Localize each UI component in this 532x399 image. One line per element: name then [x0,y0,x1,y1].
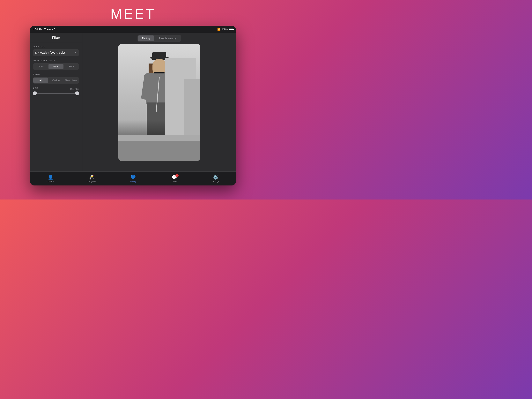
bottom-tab-bar: 👤 Contacts 🥂 Hangouts 💙 Dating 💬 4 Chats… [30,171,236,186]
tab-dating[interactable]: Dating [138,35,154,41]
settings-icon: ⚙️ [213,175,218,180]
hangouts-icon: 🥂 [89,175,95,180]
tab-people-nearby[interactable]: People nearby [155,35,181,41]
dating-panel: Dating People nearby [82,33,236,171]
battery-icon [229,28,233,30]
location-value: My location (Los Angeles) [35,51,66,54]
age-header: AGE 18 - 80+ [33,87,79,91]
dating-header: Dating People nearby [82,33,236,44]
main-content: Filter LOCATION My location (Los Angeles… [30,33,236,171]
interested-both[interactable]: Both [64,64,79,69]
interested-guys[interactable]: Guys [33,64,48,69]
status-bar: 4:54 PM Tue Apr 6 📶 100% [30,26,236,33]
age-range: 18 - 80+ [70,88,79,90]
dating-tabs: Dating People nearby [138,35,181,42]
interested-section: I'M INTERESTED IN Guys Girls Both [33,59,79,70]
status-time: 4:54 PM [33,28,42,31]
interested-control: Guys Girls Both [33,63,79,70]
age-slider-track [33,93,79,94]
status-right: 📶 100% [217,28,233,31]
device-frame: 4:54 PM Tue Apr 6 📶 100% Filter LOCATION [30,26,236,186]
tab-contacts[interactable]: 👤 Contacts [44,175,56,183]
status-date: Tue Apr 6 [44,28,55,31]
filter-title: Filter [52,36,60,39]
interested-label: I'M INTERESTED IN [33,59,79,62]
location-label: LOCATION [33,45,79,48]
filter-header: Filter [30,33,82,42]
building-2 [184,79,200,138]
filter-body: LOCATION My location (Los Angeles) ➤ I'M… [30,42,82,99]
interested-girls[interactable]: Girls [49,64,63,69]
location-arrow-icon: ➤ [74,51,77,54]
show-section: SHOW All Online New Users [33,73,79,84]
show-control: All Online New Users [33,77,79,84]
chats-badge: 4 [176,174,178,177]
show-new-users[interactable]: New Users [64,77,79,83]
age-slider-min[interactable] [33,91,37,95]
contacts-label: Contacts [47,180,54,183]
tab-settings[interactable]: ⚙️ Settings [210,175,222,183]
chats-label: Chats [172,180,177,183]
profile-card-wrapper: Victoria, 25 USA, Los Angeles ✕ ♥ [82,44,236,171]
sidewalk [118,135,200,141]
tab-hangouts[interactable]: 🥂 Hangouts [86,175,98,183]
filter-panel: Filter LOCATION My location (Los Angeles… [30,33,82,171]
location-section: LOCATION My location (Los Angeles) ➤ [33,45,79,56]
tab-chats[interactable]: 💬 4 Chats [168,175,180,183]
app-title: MEET [110,0,156,26]
show-online[interactable]: Online [49,77,63,83]
chats-icon-wrapper: 💬 4 [172,175,177,180]
show-all[interactable]: All [33,77,48,83]
age-label: AGE [33,87,38,90]
age-section: AGE 18 - 80+ [33,87,79,96]
settings-label: Settings [212,180,219,183]
figure-choker [154,72,165,73]
contacts-icon: 👤 [48,175,53,180]
age-slider-fill [33,93,79,94]
hangouts-label: Hangouts [88,180,96,183]
battery-fill [229,29,233,30]
title-text: MEET [110,6,156,22]
battery-percent: 100% [222,28,228,31]
location-input[interactable]: My location (Los Angeles) ➤ [33,49,79,56]
dating-icon: 💙 [130,175,136,180]
show-label: SHOW [33,73,79,76]
dating-label: Dating [130,180,136,183]
age-slider-max[interactable] [75,91,79,95]
profile-card[interactable]: Victoria, 25 USA, Los Angeles ✕ ♥ [118,44,200,161]
wifi-icon: 📶 [217,28,221,31]
tab-dating[interactable]: 💙 Dating [127,175,139,183]
profile-photo: Victoria, 25 USA, Los Angeles ✕ ♥ [118,44,200,161]
